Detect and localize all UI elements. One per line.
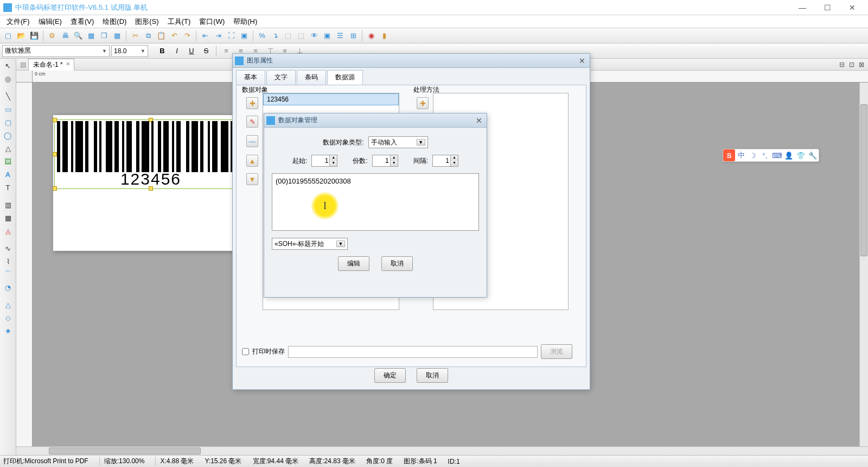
tab-datasource[interactable]: 数据源 bbox=[327, 70, 363, 85]
dlg2-close-icon[interactable]: ✕ bbox=[474, 116, 484, 125]
type-combo[interactable]: 手动输入▼ bbox=[368, 136, 428, 148]
image-icon[interactable]: 🖼 bbox=[2, 155, 15, 167]
edit-data-button[interactable]: ✎ bbox=[246, 116, 258, 128]
barcode-icon[interactable]: ▥ bbox=[2, 199, 15, 211]
grid-icon[interactable]: ▦ bbox=[111, 30, 123, 42]
align-left-icon[interactable]: ≡ bbox=[220, 45, 233, 57]
underline-icon[interactable]: U bbox=[185, 45, 198, 57]
add-data-button[interactable]: ✚ bbox=[246, 97, 258, 109]
expand-left-icon[interactable]: ⇤ bbox=[199, 30, 211, 42]
menu-tools[interactable]: 工具(T) bbox=[163, 16, 195, 28]
ime-moon-icon[interactable]: ☽ bbox=[747, 149, 759, 161]
menu-help[interactable]: 帮助(H) bbox=[229, 16, 261, 28]
ime-toolbar[interactable]: S 中 ☽ °, ⌨ 👤 👕 🔧 bbox=[723, 149, 819, 162]
tri-icon[interactable]: △ bbox=[2, 299, 15, 311]
cancel-button[interactable]: 取消 bbox=[417, 368, 448, 383]
menu-draw[interactable]: 绘图(D) bbox=[98, 16, 131, 28]
strike-icon[interactable]: S bbox=[200, 45, 213, 57]
new-icon[interactable]: ▢ bbox=[2, 30, 14, 42]
open-icon[interactable]: 📂 bbox=[15, 30, 27, 42]
eye-icon[interactable]: 👁 bbox=[308, 30, 320, 42]
curve-icon[interactable]: ∿ bbox=[2, 242, 15, 254]
barcode-object[interactable]: 123456 bbox=[54, 119, 247, 189]
ime-skin-icon[interactable]: 👕 bbox=[795, 149, 807, 161]
cube-icon[interactable]: ❒ bbox=[98, 30, 110, 42]
tab-x-icon[interactable]: ⊠ bbox=[857, 61, 866, 68]
ellipse-icon[interactable]: ◯ bbox=[2, 129, 15, 141]
insert-icon[interactable]: ↴ bbox=[269, 30, 281, 42]
export-icon[interactable]: ▮ bbox=[378, 30, 390, 42]
pie-icon[interactable]: ◔ bbox=[2, 281, 15, 293]
preview-icon[interactable]: 🔍 bbox=[72, 30, 84, 42]
font-size-combo[interactable]: 18.0▼ bbox=[111, 45, 148, 57]
star-icon[interactable]: ★ bbox=[2, 325, 15, 337]
diamond-icon[interactable]: ◇ bbox=[2, 312, 15, 324]
print-save-checkbox[interactable] bbox=[242, 348, 249, 355]
interval-spin[interactable]: 1▲▼ bbox=[432, 155, 458, 167]
print-icon[interactable]: 🖶 bbox=[59, 30, 71, 42]
ime-wrench-icon[interactable]: 🔧 bbox=[807, 149, 819, 161]
shape1-icon[interactable]: ◬ bbox=[2, 225, 15, 237]
roundrect-icon[interactable]: ▢ bbox=[2, 116, 15, 128]
print-save-path[interactable] bbox=[288, 346, 538, 358]
edit-button[interactable]: 编辑 bbox=[338, 256, 369, 271]
pointer-icon[interactable]: ↖ bbox=[2, 60, 15, 72]
count-spin[interactable]: 1▲▼ bbox=[372, 155, 398, 167]
maximize-button[interactable]: ☐ bbox=[815, 0, 840, 15]
add-proc-button[interactable]: ✚ bbox=[417, 97, 429, 109]
save-icon[interactable]: 💾 bbox=[28, 30, 40, 42]
arc-icon[interactable]: ⌒ bbox=[2, 268, 15, 280]
ime-s-icon[interactable]: S bbox=[723, 149, 735, 161]
minimize-button[interactable]: — bbox=[790, 0, 815, 15]
ok-button[interactable]: 确定 bbox=[374, 368, 406, 383]
undo-icon[interactable]: ↶ bbox=[168, 30, 180, 42]
tab-text[interactable]: 文字 bbox=[266, 70, 296, 85]
list-icon[interactable]: ☰ bbox=[334, 30, 346, 42]
down-data-button[interactable]: ▼ bbox=[246, 173, 258, 185]
data-row[interactable]: 123456 bbox=[263, 93, 399, 105]
doc-tab[interactable]: 未命名-1 * ✕ bbox=[28, 59, 74, 71]
browse-button[interactable]: 浏览 bbox=[541, 344, 572, 359]
line-icon[interactable]: ╲ bbox=[2, 90, 15, 102]
dlg-close-icon[interactable]: ✕ bbox=[577, 56, 588, 65]
data-textarea[interactable] bbox=[272, 173, 479, 231]
pick-icon[interactable]: ◎ bbox=[2, 73, 15, 85]
up-data-button[interactable]: ▲ bbox=[246, 155, 258, 167]
path-icon[interactable]: ⌇ bbox=[2, 255, 15, 267]
bold-icon[interactable]: B bbox=[156, 45, 169, 57]
tab-max-icon[interactable]: ⊡ bbox=[847, 61, 856, 68]
menu-view[interactable]: 查看(V) bbox=[66, 16, 98, 28]
soh-combo[interactable]: «SOH»-标题开始▼ bbox=[272, 238, 348, 250]
fit-icon[interactable]: ▣ bbox=[238, 30, 250, 42]
start-spin[interactable]: 1▲▼ bbox=[311, 155, 337, 167]
richtext-icon[interactable]: T bbox=[2, 181, 15, 193]
ime-zh-icon[interactable]: 中 bbox=[735, 149, 747, 161]
fitwidth-icon[interactable]: ⛶ bbox=[225, 30, 237, 42]
cancel2-button[interactable]: 取消 bbox=[381, 256, 413, 271]
menu-shape[interactable]: 图形(S) bbox=[131, 16, 163, 28]
tab-barcode[interactable]: 条码 bbox=[297, 70, 326, 85]
menu-file[interactable]: 文件(F) bbox=[2, 16, 34, 28]
tab-close-icon[interactable]: ✕ bbox=[64, 61, 72, 67]
redo-icon[interactable]: ↷ bbox=[181, 30, 193, 42]
copy-icon[interactable]: ⧉ bbox=[142, 30, 154, 42]
layout-icon[interactable]: ▦ bbox=[85, 30, 97, 42]
link-icon[interactable]: % bbox=[256, 30, 268, 42]
ime-user-icon[interactable]: 👤 bbox=[783, 149, 795, 161]
menu-edit[interactable]: 编辑(E) bbox=[34, 16, 66, 28]
gear-icon[interactable]: ⚙ bbox=[46, 30, 58, 42]
font-name-combo[interactable]: 微软雅黑▼ bbox=[2, 45, 110, 57]
tile-icon[interactable]: ▣ bbox=[321, 30, 333, 42]
delete-data-button[interactable]: — bbox=[246, 135, 258, 147]
ungroup-icon[interactable]: ⬚ bbox=[295, 30, 307, 42]
tab-basic[interactable]: 基本 bbox=[236, 70, 265, 85]
rect-icon[interactable]: ▭ bbox=[2, 103, 15, 115]
vscrollbar[interactable] bbox=[859, 83, 868, 446]
tab-min-icon[interactable]: ⊟ bbox=[838, 61, 846, 68]
ime-punct-icon[interactable]: °, bbox=[759, 149, 771, 161]
text-icon[interactable]: A bbox=[2, 168, 15, 180]
tab-list-icon[interactable]: ▤ bbox=[20, 61, 26, 68]
contract-icon[interactable]: ⇥ bbox=[212, 30, 224, 42]
menu-window[interactable]: 窗口(W) bbox=[195, 16, 229, 28]
paste-icon[interactable]: 📋 bbox=[155, 30, 167, 42]
